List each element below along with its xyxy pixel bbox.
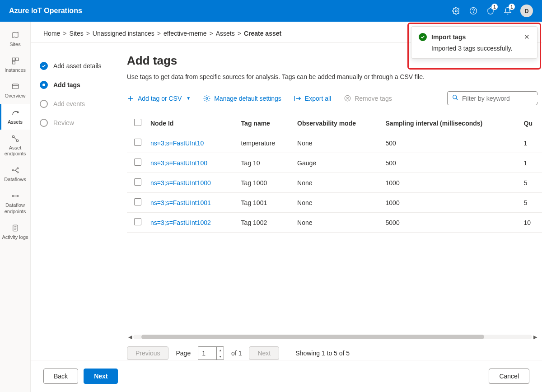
page-input-wrap[interactable]: ▲▼ — [198, 346, 224, 360]
crumb-home[interactable]: Home — [43, 30, 60, 37]
col-header-0[interactable]: Node Id — [146, 113, 237, 133]
step-review[interactable]: Review — [40, 113, 110, 132]
flow-icon — [11, 166, 20, 175]
nav-item-dataflow-endpoints[interactable]: Dataflow endpoints — [0, 187, 30, 219]
step-add-events[interactable]: Add events — [40, 94, 110, 113]
success-icon — [419, 33, 427, 41]
nav-item-sites[interactable]: Sites — [0, 26, 30, 52]
interval-cell: 1000 — [381, 193, 519, 213]
row-checkbox[interactable] — [134, 139, 141, 146]
manage-settings-button[interactable]: Manage default settings — [203, 95, 281, 102]
step-indicator-icon — [40, 100, 48, 108]
page-number-input[interactable] — [198, 350, 216, 357]
page-down-icon[interactable]: ▼ — [217, 353, 224, 359]
nav-item-activity-logs[interactable]: Activity logs — [0, 219, 30, 245]
node-id-link[interactable]: ns=3;s=FastUInt10 — [150, 140, 204, 147]
svg-point-18 — [453, 95, 457, 99]
chevron-down-icon: ▼ — [186, 96, 191, 101]
avatar[interactable]: D — [520, 5, 533, 17]
nav-item-instances[interactable]: Instances — [0, 52, 30, 78]
remove-tags-button: Remove tags — [344, 95, 392, 102]
svg-point-12 — [17, 172, 18, 173]
crumb-effective-meme[interactable]: effective-meme — [164, 30, 206, 37]
crumb-separator: > — [63, 30, 66, 37]
col-header-2[interactable]: Observability mode — [293, 113, 381, 133]
interval-cell: 5000 — [381, 213, 519, 233]
scroll-right-icon[interactable]: ▶ — [532, 334, 538, 340]
diagnostics-icon[interactable]: 1 — [486, 6, 495, 15]
step-indicator-icon — [40, 81, 48, 89]
scroll-left-icon[interactable]: ◀ — [127, 334, 133, 340]
nav-label: Dataflows — [4, 177, 26, 182]
toast: Import tags ✕ Imported 3 tags successful… — [411, 26, 537, 59]
settings-icon[interactable] — [452, 6, 461, 15]
crumb-unassigned-instances[interactable]: Unassigned instances — [93, 30, 154, 37]
step-label: Add asset details — [53, 62, 102, 70]
scroll-track[interactable] — [133, 335, 532, 339]
svg-rect-3 — [12, 58, 15, 61]
previous-page-button: Previous — [127, 346, 168, 360]
crumb-create-asset: Create asset — [244, 30, 281, 37]
node-id-link[interactable]: ns=3;s=FastUInt1001 — [150, 199, 211, 206]
q-cell: 5 — [519, 193, 542, 213]
export-all-button[interactable]: Export all — [294, 95, 331, 102]
page-label: Page — [176, 350, 191, 357]
cancel-button[interactable]: Cancel — [489, 369, 529, 384]
showing-label: Showing 1 to 5 of 5 — [295, 350, 350, 357]
notifications-icon[interactable]: 1 — [503, 6, 512, 15]
filter-box[interactable] — [447, 91, 537, 105]
row-checkbox[interactable] — [134, 218, 141, 225]
horizontal-scrollbar[interactable]: ◀ ▶ — [127, 334, 542, 340]
nav-item-assets[interactable]: Assets — [0, 104, 30, 130]
table-row: ns=3;s=FastUInt1000Tag 1000None10005 — [127, 173, 542, 193]
logs-icon — [11, 224, 20, 233]
notifications-badge: 1 — [509, 4, 515, 10]
map-icon — [11, 31, 20, 40]
tag-name-cell: temperature — [237, 133, 293, 153]
step-label: Review — [53, 119, 74, 126]
step-add-asset-details[interactable]: Add asset details — [40, 56, 110, 75]
table-row: ns=3;s=FastUInt1002Tag 1002None500010 — [127, 213, 542, 233]
scroll-thumb[interactable] — [141, 335, 484, 339]
col-header-1[interactable]: Tag name — [237, 113, 293, 133]
close-icon[interactable]: ✕ — [524, 33, 530, 41]
crumb-separator: > — [86, 30, 90, 37]
table-row: ns=3;s=FastUInt1001Tag 1001None10005 — [127, 193, 542, 213]
svg-point-16 — [206, 98, 208, 99]
nav-item-asset-endpoints[interactable]: Asset endpoints — [0, 130, 30, 161]
add-tag-button[interactable]: Add tag or CSV ▼ — [127, 95, 191, 102]
step-label: Add events — [53, 100, 85, 107]
page-up-icon[interactable]: ▲ — [217, 347, 224, 353]
nav-label: Asset endpoints — [2, 145, 28, 157]
col-header-3[interactable]: Sampling interval (milliseconds) — [381, 113, 519, 133]
crumb-assets[interactable]: Assets — [216, 30, 235, 37]
select-all-checkbox[interactable] — [134, 119, 141, 126]
tags-table: Node IdTag nameObservability modeSamplin… — [127, 113, 542, 233]
row-checkbox[interactable] — [134, 178, 141, 186]
app-title: Azure IoT Operations — [9, 7, 82, 15]
node-id-link[interactable]: ns=3;s=FastUInt1002 — [150, 219, 211, 226]
help-icon[interactable] — [469, 6, 478, 15]
mode-cell: None — [293, 133, 381, 153]
row-checkbox[interactable] — [134, 198, 141, 205]
leftnav: SitesInstancesOverviewAssetsAsset endpoi… — [0, 22, 31, 392]
filter-input[interactable] — [462, 95, 541, 102]
remove-tags-label: Remove tags — [355, 95, 392, 102]
step-add-tags[interactable]: Add tags — [40, 75, 110, 94]
row-checkbox[interactable] — [134, 159, 141, 166]
search-icon — [452, 94, 458, 102]
q-cell: 1 — [519, 133, 542, 153]
crumb-separator: > — [157, 30, 161, 37]
nav-item-overview[interactable]: Overview — [0, 78, 30, 103]
nav-item-dataflows[interactable]: Dataflows — [0, 161, 30, 187]
node-id-link[interactable]: ns=3;s=FastUInt1000 — [150, 179, 211, 187]
crumb-sites[interactable]: Sites — [70, 30, 84, 37]
col-header-4[interactable]: Qu — [519, 113, 542, 133]
tag-name-cell: Tag 1001 — [237, 193, 293, 213]
manage-settings-label: Manage default settings — [214, 95, 281, 102]
back-button[interactable]: Back — [43, 369, 78, 384]
node-id-link[interactable]: ns=3;s=FastUInt100 — [150, 159, 207, 167]
next-button[interactable]: Next — [84, 369, 118, 384]
add-tag-label: Add tag or CSV — [138, 95, 182, 102]
svg-point-1 — [470, 8, 477, 14]
